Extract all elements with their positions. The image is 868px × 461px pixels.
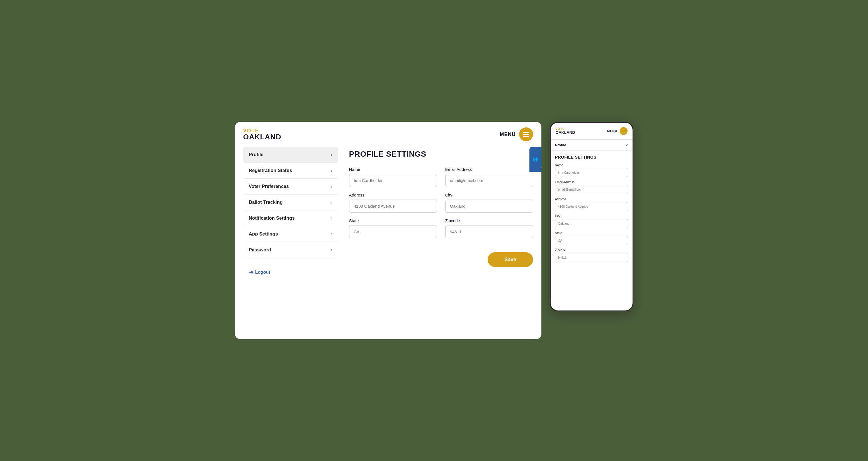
mobile-menu-right: MENU <box>607 127 627 135</box>
mobile-state-input[interactable] <box>555 236 628 245</box>
mobile-state-label: State <box>555 231 628 235</box>
language-label: Language <box>540 151 541 168</box>
city-label: City <box>445 193 533 197</box>
city-group: City <box>445 193 533 213</box>
main-content: Profile › Registration Status › Voter Pr… <box>235 147 541 339</box>
sidebar-item-label: Notification Settings <box>249 215 295 221</box>
sidebar-item-password[interactable]: Password › <box>243 242 338 258</box>
mobile-menu-line-1 <box>622 130 625 130</box>
logo-oakland: OAKLAND <box>243 133 281 141</box>
save-button[interactable]: Save <box>488 252 533 267</box>
mobile-name-label: Name <box>555 163 628 167</box>
menu-line-3 <box>523 136 529 137</box>
state-label: State <box>349 218 437 223</box>
address-group: Address <box>349 193 437 213</box>
logout-icon: ⇥ <box>249 269 253 275</box>
mobile-phone: VOTE OAKLAND MENU Profile ∨ PROFILE SETT… <box>550 122 633 311</box>
sidebar-item-label: Password <box>249 247 271 253</box>
menu-label: MENU <box>500 131 516 137</box>
mobile-zipcode-label: Zipcode <box>555 248 628 252</box>
mobile-email-group: Email Address <box>555 180 628 194</box>
form-title: PROFILE SETTINGS <box>349 150 533 159</box>
mobile-name-input[interactable] <box>555 168 628 177</box>
mobile-profile-title: Profile <box>555 143 566 147</box>
page-wrapper: VOTE OAKLAND MENU Profile › <box>235 122 633 339</box>
email-group: Email Address <box>445 167 533 187</box>
chevron-right-icon: › <box>331 168 332 173</box>
name-input[interactable] <box>349 174 437 187</box>
form-area: PROFILE SETTINGS Name Email Address Addr… <box>349 147 533 331</box>
sidebar-item-label: Profile <box>249 152 264 157</box>
language-tab[interactable]: 🌐 Language <box>529 147 541 172</box>
sidebar-item-app-settings[interactable]: App Settings › <box>243 226 338 242</box>
chevron-right-icon: › <box>331 216 332 221</box>
chevron-right-icon: › <box>331 232 332 237</box>
logout-button[interactable]: ⇥ Logout <box>243 267 276 278</box>
mobile-name-group: Name <box>555 163 628 177</box>
mobile-form-area: PROFILE SETTINGS Name Email Address Addr… <box>551 151 632 310</box>
zipcode-label: Zipcode <box>445 218 533 223</box>
name-group: Name <box>349 167 437 187</box>
mobile-zipcode-group: Zipcode <box>555 248 628 262</box>
logo: VOTE OAKLAND <box>243 128 281 141</box>
address-input[interactable] <box>349 199 437 213</box>
mobile-menu-label: MENU <box>607 129 617 133</box>
language-icon: 🌐 <box>532 157 537 162</box>
mobile-city-group: City <box>555 214 628 228</box>
mobile-email-label: Email Address <box>555 180 628 184</box>
address-label: Address <box>349 193 437 197</box>
mobile-email-input[interactable] <box>555 185 628 194</box>
chevron-right-icon: › <box>331 184 332 189</box>
mobile-logo-oakland: OAKLAND <box>556 130 575 134</box>
menu-line-1 <box>523 132 529 133</box>
sidebar: Profile › Registration Status › Voter Pr… <box>243 147 338 331</box>
sidebar-item-notification-settings[interactable]: Notification Settings › <box>243 210 338 226</box>
mobile-logo: VOTE OAKLAND <box>556 128 575 134</box>
mobile-address-group: Address <box>555 197 628 211</box>
sidebar-item-ballot-tracking[interactable]: Ballot Tracking › <box>243 194 338 210</box>
mobile-menu-button[interactable] <box>620 127 627 135</box>
sidebar-item-registration-status[interactable]: Registration Status › <box>243 163 338 179</box>
sidebar-item-voter-preferences[interactable]: Voter Preferences › <box>243 179 338 194</box>
header-right: MENU <box>500 127 533 141</box>
state-input[interactable] <box>349 225 437 238</box>
zipcode-group: Zipcode <box>445 218 533 238</box>
mobile-state-group: State <box>555 231 628 245</box>
sidebar-item-label: Registration Status <box>249 168 292 173</box>
state-group: State <box>349 218 437 238</box>
sidebar-item-label: Voter Preferences <box>249 184 289 189</box>
mobile-city-label: City <box>555 214 628 218</box>
mobile-zipcode-input[interactable] <box>555 253 628 262</box>
sidebar-item-label: Ballot Tracking <box>249 199 283 205</box>
mobile-address-input[interactable] <box>555 202 628 211</box>
chevron-right-icon: › <box>331 247 332 252</box>
sidebar-item-label: App Settings <box>249 231 278 237</box>
zipcode-input[interactable] <box>445 225 533 238</box>
mobile-city-input[interactable] <box>555 219 628 228</box>
header: VOTE OAKLAND MENU <box>235 122 541 147</box>
city-input[interactable] <box>445 199 533 213</box>
mobile-menu-line-3 <box>622 132 625 133</box>
menu-button[interactable] <box>519 127 533 141</box>
desktop-card: VOTE OAKLAND MENU Profile › <box>235 122 541 339</box>
mobile-address-label: Address <box>555 197 628 201</box>
email-input[interactable] <box>445 174 533 187</box>
mobile-form-title: PROFILE SETTINGS <box>555 155 628 159</box>
form-grid: Name Email Address Address City <box>349 167 533 238</box>
email-label: Email Address <box>445 167 533 172</box>
mobile-chevron-down-icon: ∨ <box>626 143 628 147</box>
sidebar-item-profile[interactable]: Profile › <box>243 147 338 163</box>
mobile-profile-header[interactable]: Profile ∨ <box>551 140 632 151</box>
mobile-menu-line-2 <box>622 131 625 131</box>
logout-label: Logout <box>255 270 270 275</box>
chevron-right-icon: › <box>331 152 332 157</box>
chevron-right-icon: › <box>331 200 332 205</box>
mobile-header: VOTE OAKLAND MENU <box>551 123 632 140</box>
name-label: Name <box>349 167 437 172</box>
menu-line-2 <box>523 134 529 135</box>
